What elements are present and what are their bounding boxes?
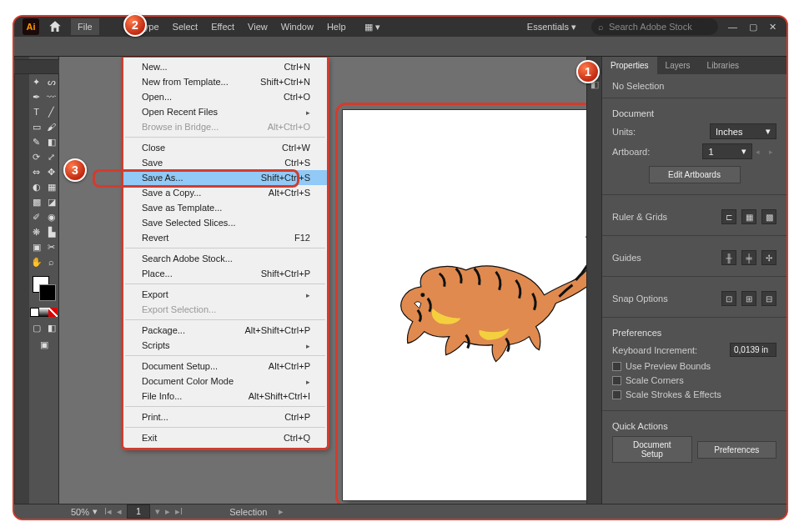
menu-item[interactable]: Export (123, 287, 327, 302)
snap-pixel-icon[interactable]: ⊟ (761, 291, 776, 306)
menu-item[interactable]: Document Color Mode (123, 374, 327, 389)
menu-shortcut: Ctrl+N (284, 62, 310, 72)
tab-libraries[interactable]: Libraries (699, 57, 747, 74)
preview-bounds-checkbox[interactable] (612, 362, 621, 371)
eraser-tool[interactable]: ◧ (44, 134, 59, 149)
scale-corners-checkbox[interactable] (612, 376, 621, 385)
menu-select[interactable]: Select (166, 18, 205, 35)
menu-item[interactable]: Scripts (123, 338, 327, 353)
blend-tool[interactable]: ◉ (44, 209, 59, 224)
menu-item[interactable]: SaveCtrl+S (123, 155, 327, 170)
menu-item[interactable]: Save as Template... (123, 200, 327, 215)
menu-item[interactable]: Place...Shift+Ctrl+P (123, 266, 327, 281)
menu-help[interactable]: Help (320, 18, 353, 35)
menu-shortcut: Ctrl+W (282, 143, 310, 153)
artboard-nav[interactable]: ◂ ▸ (756, 148, 776, 156)
menu-item[interactable]: Save Selected Slices... (123, 215, 327, 230)
draw-mode-behind[interactable]: ◧ (44, 320, 59, 335)
graph-tool[interactable]: ▙ (44, 224, 59, 239)
guides-lock-icon[interactable]: ╪ (741, 250, 756, 265)
menu-file[interactable]: File (71, 18, 99, 35)
menu-item[interactable]: RevertF12 (123, 230, 327, 245)
quick-actions-title: Quick Actions (612, 421, 776, 431)
menu-item-label: Save as Template... (142, 203, 222, 213)
home-icon[interactable] (48, 19, 63, 34)
menu-item[interactable]: File Info...Alt+Shift+Ctrl+I (123, 389, 327, 404)
menu-item[interactable]: Save a Copy...Alt+Ctrl+S (123, 185, 327, 200)
color-mode-row[interactable] (30, 308, 58, 317)
menu-item[interactable]: Open Recent Files (123, 104, 327, 119)
artboard[interactable] (343, 110, 586, 500)
menu-item[interactable]: ExitCtrl+Q (123, 430, 327, 445)
menu-item[interactable]: Document Setup...Alt+Ctrl+P (123, 359, 327, 374)
tab-properties[interactable]: Properties (602, 57, 657, 74)
gradient-tool[interactable]: ◪ (44, 194, 59, 209)
type-tool[interactable]: T (29, 104, 44, 119)
menu-item[interactable]: Save As...Shift+Ctrl+S (123, 170, 327, 185)
width-tool[interactable]: ⇔ (29, 164, 44, 179)
menu-item[interactable]: New from Template...Shift+Ctrl+N (123, 74, 327, 89)
menu-item[interactable]: Package...Alt+Shift+Ctrl+P (123, 323, 327, 338)
rectangle-tool[interactable]: ▭ (29, 119, 44, 134)
document-setup-button[interactable]: Document Setup (612, 436, 692, 463)
fill-stroke-swatch[interactable] (31, 274, 58, 303)
section-document: Document (612, 108, 776, 118)
smart-guides-icon[interactable]: ✢ (761, 250, 776, 265)
maximize-button[interactable]: ▢ (749, 22, 757, 33)
perspective-tool[interactable]: ▦ (44, 179, 59, 194)
minimize-button[interactable]: — (728, 22, 737, 33)
lasso-tool[interactable]: ᔕ (44, 74, 59, 89)
page-input[interactable]: 1 (127, 504, 150, 519)
curvature-tool[interactable]: 〰 (44, 89, 59, 104)
menu-item[interactable]: New...Ctrl+N (123, 59, 327, 74)
menu-item[interactable]: Open...Ctrl+O (123, 89, 327, 104)
symbol-sprayer-tool[interactable]: ❋ (29, 224, 44, 239)
pen-tool[interactable]: ✒ (29, 89, 44, 104)
workspace-switcher[interactable]: Essentials▾ (519, 20, 585, 34)
tab-layers[interactable]: Layers (657, 57, 699, 74)
menu-item[interactable]: CloseCtrl+W (123, 140, 327, 155)
menu-item[interactable]: Search Adobe Stock... (123, 251, 327, 266)
scale-strokes-checkbox[interactable] (612, 390, 621, 399)
hand-tool[interactable]: ✋ (29, 254, 44, 269)
ruler-icon[interactable]: ⊏ (721, 209, 736, 224)
menu-effect[interactable]: Effect (204, 18, 241, 35)
snap-point-icon[interactable]: ⊡ (721, 291, 736, 306)
chevron-right-icon[interactable]: ▸ (279, 506, 284, 517)
slice-tool[interactable]: ✂ (44, 239, 59, 254)
zoom-select[interactable]: 50%▾ (71, 506, 98, 517)
free-transform-tool[interactable]: ✥ (44, 164, 59, 179)
shape-builder-tool[interactable]: ◐ (29, 179, 44, 194)
eyedropper-tool[interactable]: ✐ (29, 209, 44, 224)
no-selection-label: No Selection (612, 81, 664, 91)
guides-show-icon[interactable]: ╫ (721, 250, 736, 265)
prefs-title: Preferences (612, 328, 776, 338)
search-stock[interactable]: ⌕ Search Adobe Stock (591, 18, 718, 35)
transparency-grid-icon[interactable]: ▩ (761, 209, 776, 224)
screen-mode[interactable]: ▣ (37, 337, 52, 352)
zoom-tool[interactable]: ⌕ (44, 254, 59, 269)
draw-mode-normal[interactable]: ▢ (29, 320, 44, 335)
menu-view[interactable]: View (241, 18, 274, 35)
mesh-tool[interactable]: ▩ (29, 194, 44, 209)
scale-tool[interactable]: ⤢ (44, 149, 59, 164)
magic-wand-tool[interactable]: ✦ (29, 74, 44, 89)
rotate-tool[interactable]: ⟳ (29, 149, 44, 164)
preferences-button[interactable]: Preferences (697, 441, 777, 459)
paintbrush-tool[interactable]: 🖌 (44, 119, 59, 134)
line-tool[interactable]: ╱ (44, 104, 59, 119)
artboard-nav-bar[interactable]: I◂◂1▾▸▸I (104, 504, 183, 519)
menu-window[interactable]: Window (274, 18, 320, 35)
keyboard-increment-input[interactable]: 0,0139 in (730, 343, 776, 357)
shaper-tool[interactable]: ✎ (29, 134, 44, 149)
artboard-select[interactable]: 1▾ (702, 143, 752, 159)
edit-artboards-button[interactable]: Edit Artboards (649, 166, 741, 183)
menu-item[interactable]: Print...Ctrl+P (123, 409, 327, 424)
close-button[interactable]: ✕ (769, 22, 776, 33)
artboard-tool[interactable]: ▣ (29, 239, 44, 254)
snap-grid-icon[interactable]: ⊞ (741, 291, 756, 306)
units-select[interactable]: Inches▾ (710, 123, 776, 139)
menu-edit[interactable] (99, 23, 121, 30)
grid-icon[interactable]: ▦ (741, 209, 756, 224)
arrange-documents-icon[interactable]: ▦ ▾ (364, 22, 380, 33)
